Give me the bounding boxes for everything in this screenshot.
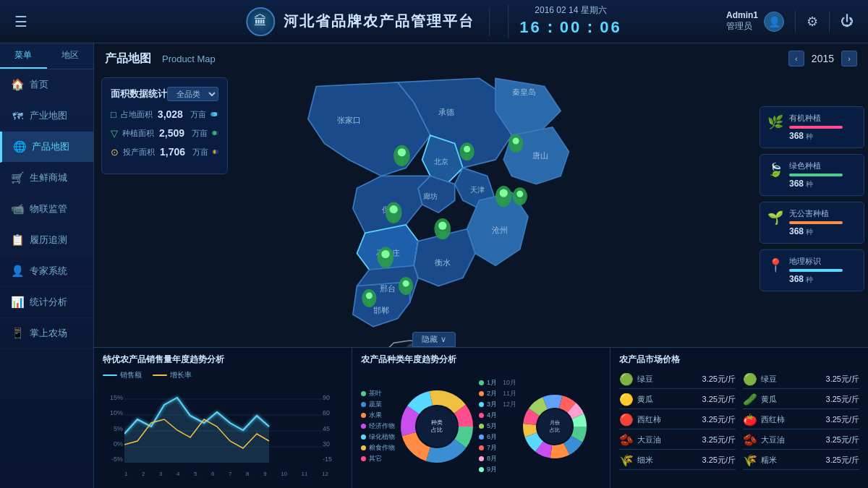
soybean-icon: 🫘 [743, 433, 757, 447]
tomato-red-icon: 🔴 [619, 413, 634, 427]
pie-chart-species: 种类 占比 [401, 390, 473, 463]
map-pin-1[interactable] [393, 145, 410, 166]
legend-growth-label: 增长率 [170, 370, 192, 380]
green-bar [789, 174, 843, 176]
price-row-3: 🟡 黄瓜 3.25元/斤 [619, 390, 736, 409]
map-pin-10[interactable] [509, 134, 523, 153]
svg-text:月份: 月份 [550, 420, 560, 425]
stat-row-land: □ 占地面积 3,028 万亩 [111, 108, 218, 120]
safe-title: 无公害种植 [789, 208, 856, 219]
stat-label-plant: 种植面积 [122, 128, 155, 139]
page-header: 产品地图 Product Map ‹ 2015 › [94, 43, 868, 70]
year-prev-button[interactable]: ‹ [788, 51, 804, 67]
rice-icon: 🌾 [619, 453, 634, 467]
hide-panel-button[interactable]: 隐藏 ∨ [412, 332, 456, 347]
map-pin-6[interactable] [459, 142, 474, 160]
sidebar-item-mobile[interactable]: 📱 掌上农场 [0, 318, 93, 349]
green-unit: 种 [806, 180, 813, 188]
organic-icon: 🌿 [767, 114, 783, 130]
tab-menu[interactable]: 菜单 [0, 43, 47, 69]
map-pin-4[interactable] [495, 186, 512, 207]
growth-line-color [153, 374, 167, 376]
legend-organic: 🌿 有机种植 368 种 [760, 106, 864, 148]
pie2-legend: 1月10月 2月11月 3月12月 4月 5月 6月 7月 8月 9月 [479, 378, 516, 474]
price-panel: 农产品市场价格 🟢 绿豆 3.25元/斤 🟢 绿豆 3.25元/斤 🟡 黄 [610, 348, 868, 488]
svg-point-22 [516, 191, 523, 197]
legend-geo: 📍 地理标识 368 种 [760, 249, 864, 291]
year-display: 2015 [808, 53, 838, 64]
legend-sales: 销售额 [103, 370, 142, 380]
map-pin-7[interactable] [513, 187, 527, 205]
green-bean-icon: 🟢 [619, 372, 634, 386]
glutinous-rice-icon: 🌾 [743, 453, 757, 467]
sidebar-label-expert: 专家系统 [30, 265, 67, 278]
legend-growth: 增长率 [153, 370, 192, 380]
plant-icon: ▽ [111, 128, 118, 139]
sidebar-item-fresh[interactable]: 🛒 生鲜商城 [0, 163, 93, 194]
safe-unit: 种 [806, 228, 813, 236]
green-title: 绿色种植 [789, 160, 856, 171]
page-title: 产品地图 [105, 51, 151, 67]
content: 产品地图 Product Map ‹ 2015 › 面积数据统计 全品类 [94, 43, 868, 488]
product-map-icon: 🌐 [13, 140, 26, 153]
sidebar-label-fresh: 生鲜商城 [30, 171, 67, 184]
stat-label-land: 占地面积 [121, 109, 153, 120]
sidebar-item-iot[interactable]: 📹 物联监管 [0, 194, 93, 225]
sales-chart-title: 特优农产品销售量年度趋势分析 [103, 354, 343, 366]
pie-chart-month: 月份 占比 [522, 394, 587, 459]
price-title: 农产品市场价格 [619, 354, 859, 366]
price-row-8: 🫘 大豆油 3.25元/斤 [743, 431, 859, 450]
hamburger-icon[interactable]: ☰ [14, 13, 27, 30]
region-qhd: 秦皇岛 [512, 87, 536, 96]
sidebar-label-trace: 履历追测 [30, 234, 67, 247]
map-svg: 张家口 承德 秦皇岛 唐山 北京 天津 廊坊 保定 沧州 石家庄 衡水 邢台 邯… [235, 70, 756, 347]
stat-bar-produce [213, 150, 218, 154]
map-pin-8[interactable] [399, 277, 413, 295]
map-pin-2[interactable] [386, 202, 402, 223]
yellow-bean-icon: 🟡 [619, 393, 634, 406]
settings-icon[interactable]: ⚙ [807, 14, 818, 30]
power-icon[interactable]: ⏻ [841, 14, 854, 29]
stat-unit-land: 万亩 [190, 109, 206, 120]
svg-point-60 [537, 409, 572, 444]
legend-safe: 🌱 无公害种植 368 种 [760, 202, 864, 244]
map-pin-3[interactable] [378, 247, 394, 267]
price-row-4: 🥒 黄瓜 3.25元/斤 [743, 390, 859, 409]
home-icon: 🏠 [11, 78, 24, 91]
sidebar-item-expert[interactable]: 👤 专家系统 [0, 256, 93, 287]
sidebar-label-stats: 统计分析 [30, 296, 67, 309]
svg-point-8 [381, 250, 389, 258]
svg-point-5 [390, 205, 398, 213]
land-icon: □ [111, 109, 116, 120]
svg-point-14 [438, 222, 446, 230]
industry-map-icon: 🗺 [11, 110, 24, 122]
map-pin-9[interactable] [362, 289, 376, 307]
tomato-icon: 🍅 [743, 413, 757, 427]
stat-row-plant: ▽ 种植面积 2,509 万亩 [111, 127, 218, 139]
svg-point-25 [403, 281, 409, 287]
green-bean-icon-2: 🟢 [743, 372, 757, 386]
category-select[interactable]: 全品类 [167, 87, 218, 101]
bottom-panels: 特优农产品销售量年度趋势分析 销售额 增长率 15%10%5%0%-5% [94, 347, 868, 488]
sidebar-item-home[interactable]: 🏠 首页 [0, 69, 93, 100]
sidebar-label-product: 产品地图 [32, 140, 69, 153]
sidebar-item-stats[interactable]: 📊 统计分析 [0, 287, 93, 318]
stats-card-header: 面积数据统计 全品类 [111, 87, 218, 101]
region-chengde: 承德 [438, 108, 454, 116]
sidebar-item-trace[interactable]: 📋 履历追测 [0, 225, 93, 256]
geo-icon: 📍 [767, 257, 783, 273]
safe-bar [789, 221, 843, 224]
tab-region[interactable]: 地区 [47, 43, 94, 69]
sidebar-item-product-map[interactable]: 🌐 产品地图 [0, 132, 93, 163]
header-center: 🏛 河北省品牌农产品管理平台 2016 02 14 星期六 16：00：06 [246, 4, 621, 38]
map-pin-5[interactable] [435, 218, 451, 239]
sales-line-color [103, 374, 117, 376]
svg-point-28 [366, 293, 373, 299]
sidebar: 菜单 地区 🏠 首页 🗺 产业地图 🌐 产品地图 🛒 生鲜商城 📹 物联 [0, 43, 94, 488]
line-chart-container: 15%10%5%0%-5% 90604530-15 [103, 383, 343, 477]
header: ☰ 🏛 河北省品牌农产品管理平台 2016 02 14 星期六 16：00：06… [0, 0, 868, 43]
svg-text:占比: 占比 [550, 427, 560, 432]
price-row-10: 🌾 糯米 3.25元/斤 [743, 451, 859, 470]
sidebar-item-industry-map[interactable]: 🗺 产业地图 [0, 100, 93, 132]
year-next-button[interactable]: › [841, 51, 857, 67]
